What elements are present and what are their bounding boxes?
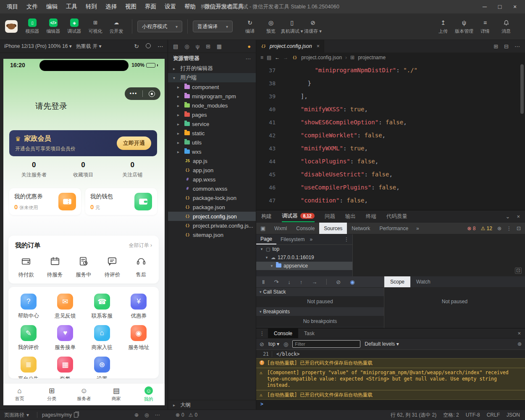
menu-item[interactable]: 转到 [81, 0, 101, 13]
menu-icon[interactable]: ≡ [260, 55, 263, 60]
menu-item[interactable]: 设置 [160, 0, 180, 13]
order-status-item[interactable]: 待服务 [40, 256, 69, 278]
step-into-icon[interactable]: ↓ [288, 279, 291, 285]
toolbar-action[interactable]: ▯ 真机调试 ▾ [281, 18, 302, 34]
settings-icon[interactable]: ⊛ [497, 226, 501, 231]
service-item[interactable]: ⌂ 商家入驻 [84, 325, 121, 351]
menu-item[interactable]: 编辑 [42, 0, 62, 13]
more-tabs-icon[interactable]: » [413, 226, 423, 231]
service-item[interactable]: ≣ 平台公告 [10, 357, 47, 378]
dock-side-icon[interactable]: ⊡ [517, 226, 521, 231]
service-item[interactable]: ⊛ 设置 [84, 357, 121, 378]
explorer-file[interactable]: {} project.private.config.js... [168, 221, 256, 230]
console-tab[interactable]: Task [298, 328, 320, 338]
explorer-file[interactable]: {} package.json [168, 202, 256, 212]
explorer-folder[interactable]: ▸ component [168, 82, 256, 92]
code-line[interactable]: 44 "localPlugins": false, [256, 155, 525, 168]
explorer-folder[interactable]: ▸ wxs [168, 147, 256, 156]
console-message[interactable]: ⚠[Component] property "value" of "minipr… [256, 368, 525, 390]
step-over-icon[interactable]: ↷ [274, 279, 278, 285]
toolbar-button[interactable]: </> 编辑器 [43, 18, 64, 34]
service-item[interactable]: ◉ 服务地址 [121, 325, 158, 351]
more-icon[interactable]: ⋯ [158, 43, 163, 50]
sources-tab[interactable]: Page [256, 234, 276, 244]
console-message[interactable]: 21</block> [256, 350, 525, 358]
explorer-folder[interactable]: ▸ utils [168, 138, 256, 147]
devtools-tab[interactable]: Sources [319, 223, 347, 234]
debugger-tab[interactable]: 调试器8,12 [282, 210, 315, 222]
sources-tree-item[interactable]: ▾ ☁ 127.0.0.1:16019 [256, 253, 352, 262]
language-mode[interactable]: JSON [507, 410, 520, 420]
toolbar-action[interactable]: ◎ 预览 [260, 18, 281, 34]
phone-tab[interactable]: ⌂ 首页 [3, 383, 36, 405]
explorer-file[interactable]: {} app.json [168, 165, 256, 175]
breadcrumb-symbol[interactable]: projectname [358, 55, 386, 60]
debugger-tab[interactable]: 构建 [261, 210, 272, 222]
close-miniprogram-icon[interactable] [143, 91, 160, 97]
phone-tab[interactable]: ⊞ 分类 [36, 383, 68, 405]
compile-mode-select[interactable]: 普通编译▾ [193, 21, 233, 32]
outline-section[interactable]: ▸ 大纲 [168, 400, 256, 410]
menu-item[interactable]: 界面 [141, 0, 160, 13]
service-item[interactable]: ♥ 服务接单 [47, 325, 84, 351]
explorer-folder[interactable]: ▸ miniprogram_npm [168, 92, 256, 101]
login-prompt[interactable]: 请先登录 [35, 101, 67, 112]
collapse-panel-icon[interactable]: ⌄ [506, 213, 510, 220]
asset-card[interactable]: 我的钱包 0元 [85, 188, 157, 215]
pause-on-exceptions-icon[interactable]: ◉ [350, 279, 354, 285]
devtools-tab[interactable]: Console [291, 223, 319, 234]
debugger-tab[interactable]: 终端 [366, 210, 376, 222]
deactivate-breakpoints-icon[interactable]: ⊘ [336, 279, 341, 285]
eye-icon[interactable]: ◎ [144, 410, 149, 420]
close-tab-icon[interactable]: × [317, 43, 320, 49]
step-out-icon[interactable]: ↑ [300, 279, 303, 285]
asset-card[interactable]: 我的优惠券 0张未使用 [9, 188, 81, 215]
debugger-tab[interactable]: 问题 [325, 210, 335, 222]
service-item[interactable]: ✎ 我的评价 [10, 325, 47, 351]
activate-membership-button[interactable]: 立即开通 [117, 136, 151, 150]
more-tabs-icon[interactable]: » [310, 236, 312, 242]
page-path-select[interactable]: 页面路径 ▾ [4, 410, 29, 420]
kebab-menu-icon[interactable]: ⋮ [256, 331, 268, 336]
code-line[interactable]: 42 "compileWorklet": false, [256, 129, 525, 142]
source-control-icon[interactable]: ψ [196, 43, 200, 50]
page-path-value[interactable]: pages/my/my [42, 410, 78, 420]
more-icon[interactable]: ⋯ [246, 55, 251, 62]
code-line[interactable]: 37 "miniprogramNpmDistDir": "./" [256, 64, 525, 77]
more-icon[interactable]: ••• [125, 87, 142, 100]
console-message[interactable]: ⚠[自动热重载] 已开启代码文件保存后自动热重载 [256, 390, 525, 400]
extensions-icon[interactable]: ⊞ [206, 43, 210, 50]
close-button[interactable]: × [507, 0, 522, 13]
phone-tab[interactable]: ☺ 服务者 [68, 383, 100, 405]
context-select[interactable]: top ▾ [268, 341, 279, 347]
explorer-file[interactable]: JS app.js [168, 156, 256, 165]
stat-item[interactable]: 0 关注服务者 [9, 161, 58, 178]
files-icon[interactable]: ▤ [173, 43, 178, 50]
encoding[interactable]: UTF-8 [466, 410, 480, 420]
phone-tab[interactable]: ▤ 商家 [100, 383, 132, 405]
debugger-tab[interactable]: 输出 [345, 210, 356, 222]
order-status-item[interactable]: 待评价 [98, 256, 126, 278]
menu-item[interactable]: 选择 [101, 0, 121, 13]
scope-watch-tab[interactable]: Scope [384, 276, 410, 287]
code-line[interactable]: 41 "showES6CompileOption": false, [256, 116, 525, 129]
menu-item[interactable]: 帮助 [180, 0, 200, 13]
close-panel-icon[interactable]: × [517, 213, 520, 220]
all-orders-link[interactable]: 全部订单 › [129, 242, 152, 249]
split-editor-icon[interactable]: ⊞ [494, 43, 498, 50]
copy-icon[interactable] [74, 412, 78, 417]
devtools-tab[interactable]: Performance [375, 223, 413, 234]
layout-icon[interactable]: ⊟ [504, 43, 509, 50]
minimize-button[interactable]: ─ [477, 0, 492, 13]
user-avatar[interactable] [5, 20, 18, 33]
explorer-file[interactable]: {} sitemap.json [168, 230, 256, 239]
service-item[interactable]: ✉ 意见反馈 [47, 294, 84, 320]
pin-icon[interactable]: ⊕ [134, 410, 139, 420]
editor-tab[interactable]: {} project.config.json × [256, 40, 324, 52]
debugger-tab[interactable]: 代码质量 [386, 210, 407, 222]
toolbar-action[interactable]: ⊘ 清缓存 ▾ [302, 18, 323, 34]
stat-item[interactable]: 0 关注店铺 [108, 161, 157, 178]
stat-item[interactable]: 0 收藏项目 [58, 161, 108, 178]
open-editors-section[interactable]: ▸ 打开的编辑器 [168, 64, 256, 73]
toolbar-button[interactable]: ▯ 模拟器 [22, 18, 43, 34]
